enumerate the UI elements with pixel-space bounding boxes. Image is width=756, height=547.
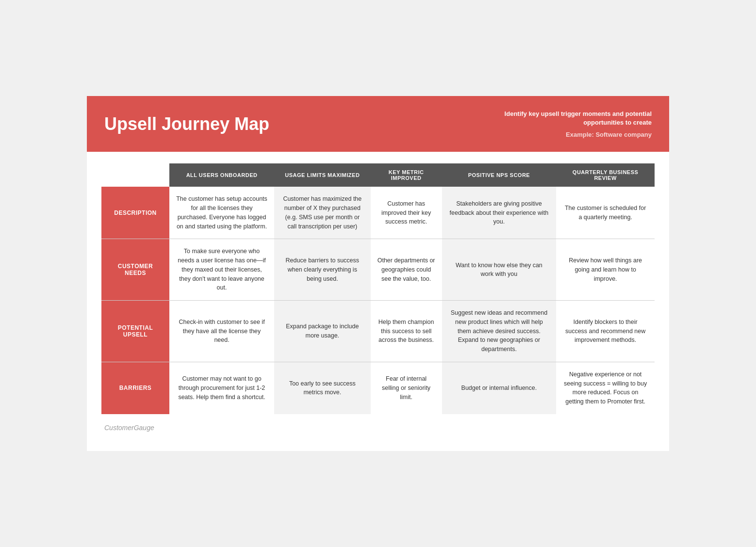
page: Upsell Journey Map Identify key upsell t…: [87, 96, 669, 451]
row-label-1: CUSTOMER NEEDS: [101, 239, 169, 301]
table-row: POTENTIAL UPSELLCheck-in with customer t…: [101, 301, 655, 362]
cell-row1-col0: To make sure everyone who needs a user l…: [169, 239, 274, 301]
col-header-3: KEY METRIC IMPROVED: [371, 163, 442, 187]
row-label-0: DESCRIPTION: [101, 187, 169, 239]
header: Upsell Journey Map Identify key upsell t…: [87, 96, 669, 152]
col-header-2: USAGE LIMITS MAXIMIZED: [274, 163, 371, 187]
col-header-empty: [101, 163, 169, 187]
header-right: Identify key upsell trigger moments and …: [487, 110, 652, 138]
header-example: Example: Software company: [487, 131, 652, 138]
cell-row2-col3: Suggest new ideas and recommend new prod…: [442, 301, 557, 362]
cell-row1-col1: Reduce barriers to success when clearly …: [274, 239, 371, 301]
cell-row2-col2: Help them champion this success to sell …: [371, 301, 442, 362]
table-row: DESCRIPTIONThe customer has setup accoun…: [101, 187, 655, 239]
cell-row0-col3: Stakeholders are giving positive feedbac…: [442, 187, 557, 239]
cell-row0-col0: The customer has setup accounts for all …: [169, 187, 274, 239]
column-header-row: ALL USERS ONBOARDED USAGE LIMITS MAXIMIZ…: [101, 163, 655, 187]
col-header-5: QUARTERLY BUSINESS REVIEW: [556, 163, 655, 187]
table-row: CUSTOMER NEEDSTo make sure everyone who …: [101, 239, 655, 301]
table-container: ALL USERS ONBOARDED USAGE LIMITS MAXIMIZ…: [87, 163, 669, 414]
cell-row1-col2: Other departments or geographies could s…: [371, 239, 442, 301]
cell-row2-col4: Identify blockers to their success and r…: [556, 301, 655, 362]
brand-name: CustomerGauge: [104, 424, 154, 432]
cell-row2-col0: Check-in with customer to see if they ha…: [169, 301, 274, 362]
page-title: Upsell Journey Map: [104, 114, 269, 134]
col-header-1: ALL USERS ONBOARDED: [169, 163, 274, 187]
cell-row3-col1: Too early to see success metrics move.: [274, 362, 371, 414]
header-subtitle: Identify key upsell trigger moments and …: [487, 110, 652, 127]
cell-row3-col2: Fear of internal selling or seniority li…: [371, 362, 442, 414]
cell-row3-col0: Customer may not want to go through proc…: [169, 362, 274, 414]
cell-row2-col1: Expand package to include more usage.: [274, 301, 371, 362]
cell-row0-col2: Customer has improved their key success …: [371, 187, 442, 239]
cell-row0-col1: Customer has maximized the number of X t…: [274, 187, 371, 239]
footer: CustomerGauge: [87, 414, 669, 432]
cell-row1-col4: Review how well things are going and lea…: [556, 239, 655, 301]
row-label-2: POTENTIAL UPSELL: [101, 301, 169, 362]
cell-row1-col3: Want to know how else they can work with…: [442, 239, 557, 301]
cell-row0-col4: The customer is scheduled for a quarterl…: [556, 187, 655, 239]
cell-row3-col3: Budget or internal influence.: [442, 362, 557, 414]
journey-map-table: ALL USERS ONBOARDED USAGE LIMITS MAXIMIZ…: [101, 163, 655, 414]
cell-row3-col4: Negative experience or not seeing succes…: [556, 362, 655, 414]
row-label-3: BARRIERS: [101, 362, 169, 414]
col-header-4: POSITIVE NPS SCORE: [442, 163, 557, 187]
table-row: BARRIERSCustomer may not want to go thro…: [101, 362, 655, 414]
